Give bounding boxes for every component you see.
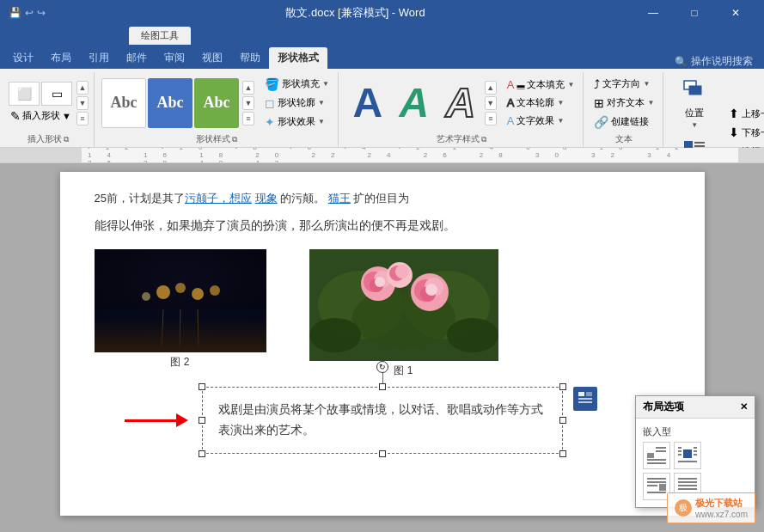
svg-rect-1 <box>689 86 701 95</box>
svg-rect-45 <box>683 449 692 458</box>
style-scroll: ▲ ▼ ≡ <box>242 81 254 125</box>
ruler-right-dark <box>738 148 764 162</box>
handle-br[interactable] <box>559 450 566 457</box>
text-align-arrow[interactable]: ▼ <box>647 99 654 107</box>
move-up-btn[interactable]: ⬆ 上移一层 ▼ <box>725 105 764 122</box>
layout-icon-square[interactable] <box>674 442 701 469</box>
edit-shape-btn[interactable]: ✎ 插入形状▼ <box>9 107 73 125</box>
tab-review[interactable]: 审阅 <box>156 47 193 69</box>
layout-icon-inline[interactable] <box>643 442 670 469</box>
handle-tl[interactable] <box>199 383 205 390</box>
doc-top-text: 25前，计划是其了污颠子，想应 现象 的污颠。 猫王 扩的但目为 <box>95 189 670 208</box>
tab-design[interactable]: 设计 <box>4 47 42 69</box>
insert-shapes-expand[interactable]: ⧉ <box>64 135 69 144</box>
handle-bc[interactable] <box>379 450 386 457</box>
tab-view[interactable]: 视图 <box>193 47 231 69</box>
quick-access-save[interactable]: 💾 <box>9 7 21 19</box>
search-icon[interactable]: 🔍 操作说明搜索 <box>668 54 760 69</box>
text-effect-arrow[interactable]: ▼ <box>557 117 564 125</box>
shape-style-btn-2[interactable]: Abc <box>148 78 193 128</box>
text-dir-arrow[interactable]: ▼ <box>643 80 650 88</box>
document-page: 25前，计划是其了污颠子，想应 现象 的污颠。 猫王 扩的但目为 能得以伸张，如… <box>60 172 705 516</box>
wordart-scroll-down[interactable]: ▼ <box>485 96 497 110</box>
window-controls: — □ ✕ <box>633 0 755 26</box>
image-dark[interactable] <box>95 249 266 352</box>
text-fill-btn[interactable]: A ▬ 文本填充 ▼ <box>504 76 578 93</box>
rotate-handle[interactable]: ↻ <box>376 361 388 373</box>
wordart-scroll-more[interactable]: ≡ <box>485 112 497 125</box>
layout-panel-close[interactable]: ✕ <box>740 401 748 413</box>
position-arrow[interactable]: ▼ <box>691 121 698 129</box>
position-btn[interactable]: 位置 ▼ <box>675 74 713 132</box>
svg-rect-40 <box>647 453 654 458</box>
shape-effect-btn[interactable]: ✦ 形状效果 ▼ <box>261 113 333 131</box>
link-3[interactable]: 猫王 <box>328 192 351 205</box>
shape-styles-expand[interactable]: ⧉ <box>232 135 237 144</box>
tab-help[interactable]: 帮助 <box>231 47 269 69</box>
text-btns: ⤴ 文字方向 ▼ ⊞ 对齐文本 ▼ 🔗 创建链接 <box>590 76 657 131</box>
shape-styles-group: Abc Abc Abc ▲ ▼ ≡ 🪣 形状填充 ▼ ◻ <box>96 72 339 147</box>
watermark-url: www.xz7.com <box>695 510 748 519</box>
link-1[interactable]: 污颠子，想应 <box>185 192 252 205</box>
tab-reference[interactable]: 引用 <box>80 47 118 69</box>
wordart-btns: A A A ▲ ▼ ≡ <box>345 78 497 128</box>
style-scroll-more[interactable]: ≡ <box>242 112 254 125</box>
link-2[interactable]: 现象 <box>255 192 278 205</box>
shape-rounded[interactable]: ▭ <box>41 82 72 106</box>
scroll-more[interactable]: ≡ <box>76 112 89 125</box>
layout-panel-header: 布局选项 ✕ <box>636 396 755 419</box>
create-link-btn[interactable]: 🔗 创建链接 <box>590 113 657 131</box>
wordart-styles-expand[interactable]: ⧉ <box>481 135 486 144</box>
wordart-btn-2[interactable]: A <box>392 78 437 128</box>
handle-tr[interactable] <box>559 383 566 390</box>
wordart-btn-1[interactable]: A <box>345 78 390 128</box>
minimize-button[interactable]: — <box>633 0 673 26</box>
text-direction-btn[interactable]: ⤴ 文字方向 ▼ <box>590 76 657 93</box>
ribbon-tab-bar: 设计 布局 引用 邮件 审阅 视图 帮助 形状格式 🔍 操作说明搜索 <box>0 45 764 69</box>
close-button[interactable]: ✕ <box>716 0 755 26</box>
shape-style-btn-1[interactable]: Abc <box>101 78 146 128</box>
svg-point-11 <box>192 288 204 300</box>
move-down-btn[interactable]: ⬇ 下移一层 ▼ <box>725 124 764 141</box>
shape-fill-arrow[interactable]: ▼ <box>322 80 329 88</box>
quick-access-undo[interactable]: ↩ <box>25 7 34 19</box>
style-thumbs: Abc Abc Abc <box>101 78 239 128</box>
style-scroll-up[interactable]: ▲ <box>242 81 254 95</box>
text-box[interactable]: 戏剧是由演员将某个故事或情境，以对话、歌唱或动作等方式表演出来的艺术。 <box>202 387 563 454</box>
text-effect-btn[interactable]: A 文字效果 ▼ <box>504 113 578 129</box>
image-flower[interactable] <box>309 249 498 361</box>
shape-fill-btn[interactable]: 🪣 形状填充 ▼ <box>261 76 333 93</box>
shape-styles-content: Abc Abc Abc ▲ ▼ ≡ 🪣 形状填充 ▼ ◻ <box>101 74 333 131</box>
scroll-up[interactable]: ▲ <box>76 81 89 95</box>
handle-ml[interactable] <box>199 417 205 424</box>
handle-mr[interactable] <box>559 417 566 424</box>
shape-rectangle[interactable]: ⬜ <box>9 82 40 106</box>
arrange-group: 位置 ▼ 环绕文字 ▼ <box>665 72 764 147</box>
shape-style-btn-3[interactable]: Abc <box>194 78 239 128</box>
quick-access-redo[interactable]: ↪ <box>37 7 46 19</box>
shape-outline-arrow[interactable]: ▼ <box>318 99 325 107</box>
text-fill-arrow[interactable]: ▼ <box>567 81 574 89</box>
text-outline-arrow[interactable]: ▼ <box>557 99 564 107</box>
doc-images: 图 2 <box>95 249 670 378</box>
handle-bl[interactable] <box>199 450 205 457</box>
shape-effect-arrow[interactable]: ▼ <box>318 118 325 125</box>
scroll-down[interactable]: ▼ <box>76 96 89 110</box>
svg-point-35 <box>447 318 498 352</box>
text-outline-btn[interactable]: A 文本轮廓 ▼ <box>504 95 578 111</box>
wordart-scroll-up[interactable]: ▲ <box>485 81 497 95</box>
shape-outline-btn[interactable]: ◻ 形状轮廓 ▼ <box>261 95 333 112</box>
layout-options-icon[interactable] <box>573 387 597 411</box>
handle-tc[interactable] <box>379 383 386 390</box>
style-scroll-down[interactable]: ▼ <box>242 96 254 110</box>
layout-panel: 布局选项 ✕ 嵌入型 <box>635 395 755 508</box>
tab-layout[interactable]: 布局 <box>42 47 80 69</box>
tab-shape-format[interactable]: 形状格式 <box>269 47 327 69</box>
text-align-btn[interactable]: ⊞ 对齐文本 ▼ <box>590 95 657 112</box>
tab-mail[interactable]: 邮件 <box>118 47 156 69</box>
wordart-btn-3[interactable]: A <box>438 78 483 128</box>
maximize-button[interactable]: □ <box>675 0 714 26</box>
figure-1-label: 图 1 <box>309 364 498 378</box>
drawing-tools-tab[interactable]: 绘图工具 <box>129 27 191 45</box>
svg-point-30 <box>425 284 437 296</box>
